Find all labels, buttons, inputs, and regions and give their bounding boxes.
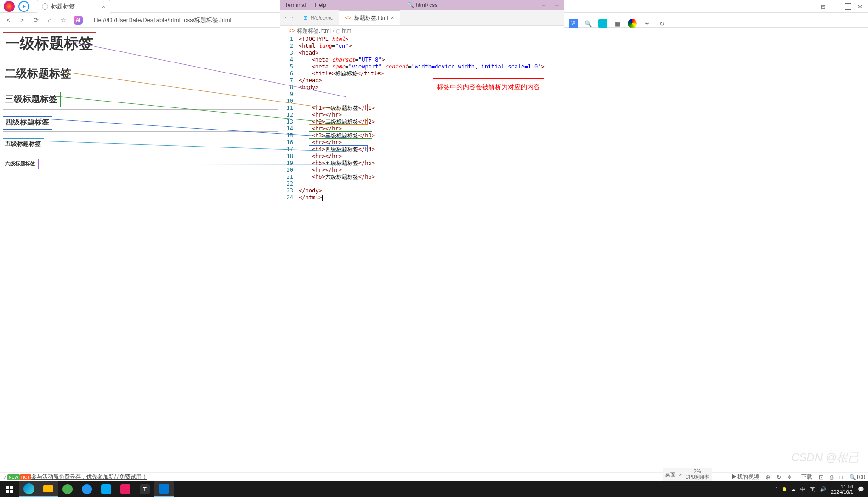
tray-lang-icon[interactable]: 英 — [810, 486, 815, 493]
close-icon[interactable]: × — [102, 3, 105, 10]
annotation-callout: 标签中的内容会被解析为对应的内容 — [433, 78, 544, 96]
close-icon[interactable]: × — [391, 15, 394, 21]
icon[interactable]: ⊡ — [819, 474, 823, 480]
h1-heading: 一级标题标签 — [3, 32, 96, 56]
search-icon[interactable]: 🔍 — [407, 2, 414, 8]
new-badge: NEW — [7, 474, 20, 480]
watermark: CSDN @根已 — [791, 450, 859, 465]
icon[interactable]: □ — [840, 474, 843, 480]
close-window-icon[interactable]: ✕ — [857, 3, 862, 10]
h5-heading: 五级标题标签 — [3, 138, 44, 150]
bookmark-icon[interactable]: ☆ — [60, 17, 67, 24]
code-box-h4 — [309, 145, 368, 152]
promo-link[interactable]: 参与活动赢免费云存，优先参加新品免费试用！ — [31, 473, 147, 481]
tray-dot-icon[interactable] — [783, 487, 786, 491]
apps-icon[interactable]: ▦ — [613, 19, 622, 28]
tab-active-file[interactable]: <> 标题标签.html × — [339, 10, 400, 25]
code-lines: <!DOCTYPE html> <html lang="en"> <head> … — [299, 36, 564, 201]
reload-icon[interactable]: ⟳ — [32, 17, 40, 24]
firefox-icon[interactable] — [4, 1, 15, 12]
download-link[interactable]: ↓下载 — [799, 473, 812, 481]
circle-icon[interactable] — [628, 19, 637, 28]
search-icon[interactable]: 🔍 — [584, 19, 593, 28]
menu-terminal[interactable]: Terminal — [285, 2, 306, 8]
system-perf: 桌面 » 2% CPU利用率 — [663, 468, 712, 481]
code-box-h6 — [309, 173, 372, 180]
tb-explorer[interactable] — [39, 481, 58, 497]
navigator-icon[interactable] — [18, 1, 29, 12]
icon[interactable]: ⎙ — [830, 474, 833, 480]
history-forward-icon[interactable]: → — [554, 2, 560, 8]
vscode-title: html+css — [416, 2, 438, 8]
icon[interactable]: ✈ — [788, 474, 792, 480]
tb-app3[interactable]: T — [135, 481, 154, 497]
ext1-icon[interactable] — [598, 19, 607, 28]
cpu-percent: 2% — [686, 469, 709, 474]
crumb-node: html — [342, 28, 352, 34]
url-input[interactable]: file:///D:/UserDate/DesTable/html+css/标题… — [89, 16, 282, 24]
code-box-h5 — [307, 159, 370, 166]
svg-rect-8 — [6, 490, 9, 493]
hr — [3, 85, 278, 85]
hr — [3, 109, 278, 110]
refresh-icon[interactable]: ↻ — [657, 19, 666, 28]
forward-icon[interactable]: > — [18, 17, 26, 24]
tray-ime-icon[interactable]: 中 — [800, 486, 806, 493]
maximize-icon[interactable] — [845, 3, 851, 10]
svg-rect-9 — [10, 490, 13, 493]
ai-icon[interactable]: AI — [74, 16, 83, 25]
tab-welcome[interactable]: ⊞ Welcome — [298, 10, 340, 25]
zoom-label[interactable]: 🔍100 — [849, 474, 865, 480]
globe-icon — [42, 3, 48, 10]
back-icon[interactable]: < — [5, 17, 12, 24]
desktop-label[interactable]: 桌面 — [665, 471, 675, 478]
tb-vscode[interactable] — [154, 481, 174, 497]
sun-icon[interactable]: ☀ — [642, 19, 652, 28]
history-back-icon[interactable]: ← — [541, 2, 547, 8]
hot-badge: HOT — [20, 474, 31, 480]
layout-icon[interactable]: ⊞ — [821, 3, 826, 10]
tray-volume-icon[interactable]: 🔊 — [820, 486, 826, 492]
tb-app2[interactable] — [116, 481, 135, 497]
hr — [3, 58, 278, 58]
tab-title: 标题标签 — [51, 2, 75, 11]
code-box-h2 — [309, 118, 368, 125]
code-box-h1 — [309, 104, 368, 111]
tb-edge[interactable] — [19, 481, 39, 497]
tray-weather-icon[interactable]: ☁ — [791, 486, 796, 492]
start-button[interactable] — [0, 481, 19, 497]
clock-date[interactable]: 2024/10/1 — [831, 489, 853, 495]
translate-icon[interactable]: 译 — [569, 19, 578, 28]
text-cursor — [322, 195, 323, 201]
clock-time[interactable]: 11:56 — [831, 484, 853, 489]
code-box-h3 — [309, 131, 372, 139]
vscode-tabs: ··· ⊞ Welcome <> 标题标签.html × — [280, 10, 564, 26]
breadcrumb[interactable]: <> 标题标签.html › ▢ html — [280, 26, 564, 36]
tray-notification-icon[interactable]: 💬 — [858, 486, 864, 492]
rendered-page: 一级标题标签 二级标题标签 三级标题标签 四级标题标签 五级标题标签 六级标题标… — [3, 32, 278, 169]
browser-tab[interactable]: 标题标签 × — [37, 0, 110, 13]
line-numbers: 123456789101112131415161718192021222324 — [280, 36, 299, 201]
home-icon[interactable]: ⌂ — [46, 17, 53, 24]
h6-heading: 六级标题标签 — [3, 159, 39, 169]
tb-ie2[interactable] — [77, 481, 96, 497]
cpu-label: CPU利用率 — [686, 474, 709, 480]
icon[interactable]: ↻ — [777, 474, 781, 480]
minimize-icon[interactable]: — — [832, 3, 838, 10]
tab-label: 标题标签.html — [354, 14, 388, 22]
vscode-menu: Terminal Help ← → 🔍 html+css — [280, 0, 564, 10]
tb-ie[interactable] — [58, 481, 77, 497]
icon[interactable]: ⊕ — [766, 474, 770, 480]
window-controls: ⊞ — ✕ — [815, 0, 868, 13]
svg-rect-6 — [6, 486, 9, 489]
crumb-file: 标题标签.html — [297, 27, 331, 35]
tb-app1[interactable] — [96, 481, 116, 497]
code-editor[interactable]: 123456789101112131415161718192021222324 … — [280, 36, 564, 201]
tab-label: Welcome — [311, 15, 334, 21]
hr — [3, 152, 278, 152]
menu-help[interactable]: Help — [315, 2, 326, 8]
my-video-link[interactable]: ▶我的视频 — [732, 473, 759, 481]
new-tab-button[interactable]: + — [114, 1, 125, 11]
more-icon[interactable]: ··· — [280, 10, 298, 25]
tray-chevron-icon[interactable]: ˄ — [775, 486, 778, 492]
